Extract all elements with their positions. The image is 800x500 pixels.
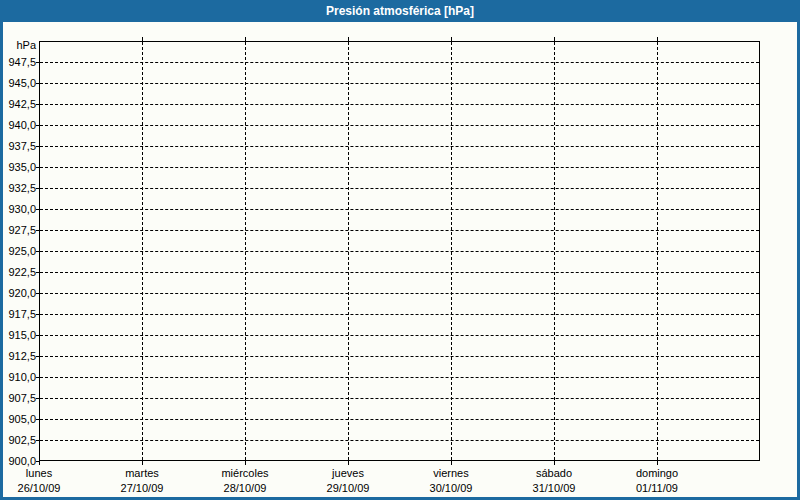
y-axis-tick-mark bbox=[36, 62, 39, 63]
x-axis-day-label: sábado bbox=[503, 467, 605, 480]
horizontal-gridline bbox=[40, 356, 759, 357]
y-axis-tick-label: 922,5 bbox=[0, 265, 36, 279]
y-axis-tick-mark bbox=[36, 293, 39, 294]
y-axis-tick-mark bbox=[36, 209, 39, 210]
horizontal-gridline bbox=[40, 104, 759, 105]
horizontal-gridline bbox=[40, 377, 759, 378]
x-axis-date-label: 26/10/09 bbox=[0, 482, 90, 495]
y-axis-tick-label: 920,0 bbox=[0, 286, 36, 300]
horizontal-gridline bbox=[40, 209, 759, 210]
chart-title: Presión atmosférica [hPa] bbox=[326, 4, 474, 18]
x-axis-tick-mark bbox=[245, 37, 246, 41]
horizontal-gridline bbox=[40, 398, 759, 399]
chart-title-bar: Presión atmosférica [hPa] bbox=[0, 0, 800, 22]
vertical-gridline bbox=[657, 42, 658, 460]
x-axis-tick-mark bbox=[348, 461, 349, 465]
vertical-gridline bbox=[554, 42, 555, 460]
y-axis-tick-label: 905,0 bbox=[0, 412, 36, 426]
y-axis-tick-label: 927,5 bbox=[0, 223, 36, 237]
horizontal-gridline bbox=[40, 230, 759, 231]
y-axis-tick-mark bbox=[36, 230, 39, 231]
x-axis-day-label: miércoles bbox=[194, 467, 296, 480]
x-axis-day-label: martes bbox=[91, 467, 193, 480]
x-axis-day-label: jueves bbox=[297, 467, 399, 480]
x-axis-tick-mark bbox=[142, 461, 143, 465]
y-axis-tick-label: 900,0 bbox=[0, 454, 36, 468]
y-axis-tick-mark bbox=[36, 440, 39, 441]
y-axis-tick-mark bbox=[36, 167, 39, 168]
y-axis-tick-mark bbox=[36, 335, 39, 336]
x-axis-tick-mark bbox=[657, 37, 658, 41]
y-axis-tick-label: 902,5 bbox=[0, 433, 36, 447]
y-axis-tick-label: 932,5 bbox=[0, 181, 36, 195]
y-axis-tick-label: 907,5 bbox=[0, 391, 36, 405]
y-axis-tick-label: 917,5 bbox=[0, 307, 36, 321]
y-axis-tick-label: 937,5 bbox=[0, 139, 36, 153]
x-axis-date-label: 28/10/09 bbox=[194, 482, 296, 495]
y-axis-tick-mark bbox=[36, 356, 39, 357]
x-axis-tick-mark bbox=[657, 461, 658, 465]
y-axis-tick-mark bbox=[36, 419, 39, 420]
x-axis-day-label: domingo bbox=[606, 467, 708, 480]
y-axis-tick-label: 925,0 bbox=[0, 244, 36, 258]
horizontal-gridline bbox=[40, 272, 759, 273]
y-axis-tick-mark bbox=[36, 251, 39, 252]
x-axis-tick-mark bbox=[554, 37, 555, 41]
y-axis-tick-label: 945,0 bbox=[0, 76, 36, 90]
x-axis-date-label: 27/10/09 bbox=[91, 482, 193, 495]
y-axis-tick-mark bbox=[36, 125, 39, 126]
horizontal-gridline bbox=[40, 440, 759, 441]
horizontal-gridline bbox=[40, 314, 759, 315]
y-axis-tick-mark bbox=[36, 314, 39, 315]
y-axis-tick-mark bbox=[36, 377, 39, 378]
horizontal-gridline bbox=[40, 419, 759, 420]
vertical-gridline bbox=[451, 42, 452, 460]
vertical-gridline bbox=[142, 42, 143, 460]
horizontal-gridline bbox=[40, 251, 759, 252]
horizontal-gridline bbox=[40, 167, 759, 168]
x-axis-date-label: 29/10/09 bbox=[297, 482, 399, 495]
horizontal-gridline bbox=[40, 146, 759, 147]
x-axis-tick-mark bbox=[245, 461, 246, 465]
y-axis-tick-label: 947,5 bbox=[0, 55, 36, 69]
horizontal-gridline bbox=[40, 188, 759, 189]
vertical-gridline bbox=[245, 42, 246, 460]
x-axis-tick-mark bbox=[142, 37, 143, 41]
x-axis-date-label: 01/11/09 bbox=[606, 482, 708, 495]
y-axis-tick-label: 912,5 bbox=[0, 349, 36, 363]
y-axis-tick-mark bbox=[36, 104, 39, 105]
y-axis-tick-mark bbox=[36, 398, 39, 399]
window-border-left bbox=[0, 22, 3, 500]
y-axis-tick-mark bbox=[36, 83, 39, 84]
horizontal-gridline bbox=[40, 125, 759, 126]
y-axis-tick-label: 915,0 bbox=[0, 328, 36, 342]
y-axis-tick-label: 940,0 bbox=[0, 118, 36, 132]
y-axis-tick-label: 910,0 bbox=[0, 370, 36, 384]
x-axis-tick-mark bbox=[451, 461, 452, 465]
y-axis-tick-label: 930,0 bbox=[0, 202, 36, 216]
y-axis-tick-mark bbox=[36, 272, 39, 273]
horizontal-gridline bbox=[40, 83, 759, 84]
y-axis-unit-label: hPa bbox=[0, 38, 36, 52]
vertical-gridline bbox=[348, 42, 349, 460]
x-axis-tick-mark bbox=[348, 37, 349, 41]
horizontal-gridline bbox=[40, 62, 759, 63]
y-axis-tick-label: 942,5 bbox=[0, 97, 36, 111]
y-axis-tick-label: 935,0 bbox=[0, 160, 36, 174]
y-axis-tick-mark bbox=[36, 188, 39, 189]
x-axis-date-label: 30/10/09 bbox=[400, 482, 502, 495]
horizontal-gridline bbox=[40, 293, 759, 294]
x-axis-date-label: 31/10/09 bbox=[503, 482, 605, 495]
x-axis-tick-mark bbox=[39, 461, 40, 465]
chart-window: Presión atmosférica [hPa] hPa 947,5945,0… bbox=[0, 0, 800, 500]
x-axis-tick-mark bbox=[451, 37, 452, 41]
x-axis-tick-mark bbox=[554, 461, 555, 465]
horizontal-gridline bbox=[40, 335, 759, 336]
x-axis-day-label: viernes bbox=[400, 467, 502, 480]
y-axis-tick-mark bbox=[36, 146, 39, 147]
x-axis-day-label: lunes bbox=[0, 467, 90, 480]
